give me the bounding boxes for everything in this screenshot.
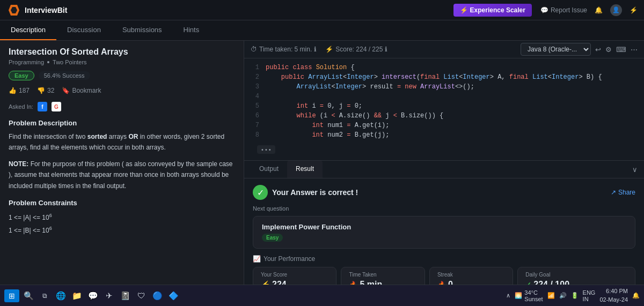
undo-icon[interactable]: ↩ [595, 46, 601, 54]
likes-stat[interactable]: 👍 187 [9, 87, 30, 94]
lightning-icon[interactable]: ⚡ [630, 6, 638, 14]
share-icon: ↗ [611, 189, 616, 196]
battery-icon: 🔋 [571, 292, 579, 299]
network-icon: 📶 [547, 292, 555, 299]
code-editor[interactable]: 1 public class Solution { 2 public Array… [244, 58, 644, 160]
expand-code-button[interactable]: • • • [257, 145, 275, 154]
chat-icon: 💬 [540, 6, 548, 14]
code-line-3: 3 ArrayList<Integer> result = new ArrayL… [244, 83, 644, 93]
problem-title: Intersection Of Sorted Arrays [9, 47, 235, 57]
weather-widget: 🌅 34°C Sunset [515, 289, 543, 302]
code-line-6: 6 while (i < A.size() && j < B.size()) { [244, 112, 644, 122]
constraints-section-title: Problem Constraints [9, 199, 235, 207]
score-display: ⚡ Score: 224 / 225 ℹ [325, 46, 387, 53]
clock: 6:40 PM 02-May-24 [599, 287, 628, 304]
score-info-icon[interactable]: ℹ [385, 46, 387, 53]
next-question-label: Next question [253, 205, 635, 212]
google-icon: G [52, 102, 61, 111]
dislikes-stat[interactable]: 👎 32 [37, 87, 54, 94]
start-button[interactable]: ⊞ [4, 289, 19, 302]
next-question-title: Implement Power Function [262, 223, 626, 231]
time-taken-display: ⏱ Time taken: 5 min. ℹ [251, 46, 317, 53]
chart-icon: 📈 [253, 255, 261, 263]
performance-title: 📈 Your Performance [253, 255, 635, 263]
problem-note: NOTE: For the purpose of this problem ( … [9, 159, 235, 191]
code-line-4: 4 [244, 93, 644, 102]
problem-description: Find the intersection of two sorted arra… [9, 131, 235, 153]
user-avatar[interactable]: 👤 [610, 4, 622, 16]
chevron-up-icon[interactable]: ∧ [506, 292, 510, 299]
onenote-button[interactable]: 📓 [118, 289, 132, 303]
correct-message: Your Answer is correct ! [272, 188, 358, 197]
navbar: InterviewBit ⚡ Experience Scaler 💬 Repor… [0, 0, 644, 20]
tab-discussion[interactable]: Discussion [56, 20, 112, 40]
experience-scaler-button[interactable]: ⚡ Experience Scaler [453, 4, 532, 17]
navbar-actions: 💬 Report Issue 🔔 👤 ⚡ [540, 4, 638, 16]
result-tabs-bar: Output Result ∨ [244, 161, 644, 178]
taskview-button[interactable]: ⧉ [38, 289, 52, 303]
apps-button[interactable]: 🔷 [166, 289, 180, 303]
teams-button[interactable]: 💬 [86, 289, 100, 303]
score-bolt-icon: ⚡ [325, 46, 333, 53]
score-label: Your Score [261, 272, 328, 278]
tab-hints[interactable]: Hints [173, 20, 210, 40]
daily-goal-label: Daily Goal [525, 272, 627, 278]
telegram-button[interactable]: ✈ [102, 289, 116, 303]
thumbs-down-icon: 👎 [37, 87, 45, 94]
difficulty-badge: Easy [9, 71, 34, 80]
result-tab-output[interactable]: Output [251, 161, 287, 178]
search-taskbar-button[interactable]: 🔍 [21, 289, 35, 303]
time-label: Time Taken [349, 272, 416, 278]
keyboard-icon[interactable]: ⌨ [616, 46, 626, 54]
tab-description[interactable]: Description [0, 20, 56, 40]
constraint-2: 1 <= |B| <= 106 [9, 224, 235, 237]
bookmark-icon: 🔖 [62, 87, 70, 94]
more-options-icon[interactable]: ⋯ [631, 46, 638, 54]
tags-row: Easy 56.4% Success [9, 71, 235, 80]
taskview-icon: ⧉ [42, 292, 47, 300]
check-circle-icon: ✓ [253, 185, 268, 200]
code-toolbar: ⏱ Time taken: 5 min. ℹ ⚡ Score: 224 / 22… [244, 41, 644, 58]
result-tab-result[interactable]: Result [287, 161, 323, 178]
logo-icon [6, 3, 21, 18]
success-rate-badge: 56.4% Success [39, 71, 90, 80]
logo[interactable]: InterviewBit [6, 3, 67, 18]
time-display: 6:40 PM [599, 287, 628, 295]
problem-meta: Programming Two Pointers [9, 59, 235, 65]
windows-icon: ⊞ [9, 292, 15, 300]
code-line-5: 5 int i = 0, j = 0; [244, 102, 644, 112]
settings-icon[interactable]: ⚙ [605, 46, 612, 54]
code-line-8: 8 int num2 = B.get(j); [244, 131, 644, 141]
code-line-2: 2 public ArrayList<Integer> intersect(fi… [244, 73, 644, 83]
code-line-7: 7 int num1 = A.get(i); [244, 122, 644, 131]
notification-bell-icon[interactable]: 🔔 [595, 6, 603, 14]
language-selector[interactable]: Java 8 (Oracle-... [521, 43, 591, 56]
code-actions: ↩ ⚙ ⌨ ⋯ [595, 46, 638, 54]
thumbs-up-icon: 👍 [9, 87, 17, 94]
time-info-icon[interactable]: ℹ [314, 46, 317, 53]
facebook-icon: f [38, 102, 47, 111]
weather-condition: Sunset [524, 296, 543, 302]
collapse-result-icon[interactable]: ∨ [632, 166, 638, 174]
system-tray: ∧ 🌅 34°C Sunset 📶 🔊 🔋 ENG IN 6:40 PM 02-… [506, 287, 640, 304]
taskbar: ⊞ 🔍 ⧉ 🌐 📁 💬 ✈ 📓 🛡 🔵 🔷 ∧ 🌅 34°C Sunset 📶 … [0, 285, 644, 306]
share-button[interactable]: ↗ Share [611, 189, 635, 196]
bookmark-stat[interactable]: 🔖 Bookmark [62, 87, 101, 94]
correct-answer-banner: ✓ Your Answer is correct ! ↗ Share [253, 185, 635, 200]
weather-temp: 34°C [524, 289, 543, 296]
constraint-1: 1 <= |A| <= 106 [9, 211, 235, 224]
next-question-card[interactable]: Implement Power Function Easy [253, 216, 635, 249]
lang-indicator: ENG IN [583, 289, 596, 302]
report-issue-button[interactable]: 💬 Report Issue [540, 6, 587, 14]
edge-button[interactable]: 🌐 [54, 289, 68, 303]
notification-icon[interactable]: 🔔 [632, 292, 640, 299]
explorer-button[interactable]: 📁 [70, 289, 84, 303]
time-score-info: ⏱ Time taken: 5 min. ℹ ⚡ Score: 224 / 22… [251, 46, 387, 53]
weather-icon: 🌅 [515, 292, 522, 299]
tabs-bar: Description Discussion Submissions Hints [0, 20, 644, 41]
chrome-button[interactable]: 🔵 [150, 289, 164, 303]
streak-label: Streak [437, 272, 505, 278]
stats-row: 👍 187 👎 32 🔖 Bookmark [9, 87, 235, 94]
tab-submissions[interactable]: Submissions [112, 20, 173, 40]
vpn-button[interactable]: 🛡 [134, 289, 148, 303]
